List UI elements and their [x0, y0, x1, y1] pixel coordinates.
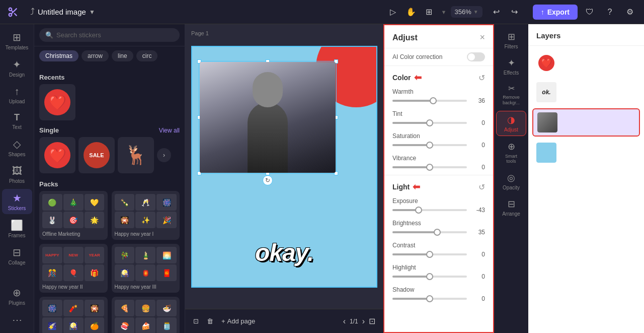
- sidebar-item-photos[interactable]: 🖼 Photos: [2, 162, 32, 187]
- light-reset-button[interactable]: ↺: [478, 182, 485, 192]
- stickers-tags: Christmas arrow line circ: [34, 46, 185, 65]
- right-tool-opacity[interactable]: ◎ Opacity: [496, 169, 526, 193]
- tag-arrow[interactable]: arrow: [82, 50, 109, 61]
- view-tool[interactable]: ⊞: [421, 4, 437, 20]
- pack-happy-new-year-4[interactable]: 🎆 🧨 🎇 🌠 🎑 🍊 Happy new year IV: [39, 297, 108, 333]
- warmth-thumb[interactable]: [430, 97, 437, 104]
- brightness-label: Brightness: [392, 220, 485, 227]
- next-page[interactable]: ›: [362, 317, 365, 326]
- sidebar-item-upload[interactable]: ↑ Upload: [2, 83, 32, 107]
- sidebar-item-collage[interactable]: ⊟ Collage: [2, 243, 32, 269]
- sidebar-item-frames[interactable]: ⬜ Frames: [2, 216, 32, 241]
- zoom-dropdown[interactable]: ▼: [439, 9, 449, 15]
- sidebar-item-more[interactable]: ⋯: [2, 311, 32, 329]
- brightness-track[interactable]: [392, 231, 467, 233]
- text-icon: T: [14, 112, 20, 123]
- color-reset-button[interactable]: ↺: [478, 73, 485, 83]
- vibrance-thumb[interactable]: [426, 164, 433, 171]
- layer-item-text[interactable]: ok.: [532, 79, 640, 105]
- shadow-thumb[interactable]: [426, 295, 433, 302]
- layer-item-bg[interactable]: [532, 140, 640, 166]
- highlight-track[interactable]: [392, 276, 467, 278]
- sidebar-item-plugins[interactable]: ⊕ Plugins: [2, 284, 32, 309]
- pack-img: 🍊: [85, 317, 105, 333]
- undo-button[interactable]: ↩: [489, 4, 505, 20]
- sticker-heart-2[interactable]: ❤️: [39, 137, 75, 173]
- ai-correction-label: AI Color correction: [392, 53, 442, 60]
- warmth-track[interactable]: [392, 100, 467, 102]
- contrast-track[interactable]: [392, 253, 467, 255]
- saturation-thumb[interactable]: [426, 142, 433, 149]
- fullscreen-button[interactable]: ⊡: [369, 316, 375, 326]
- right-tool-filters[interactable]: ⊞ Filters: [496, 28, 526, 52]
- tag-line[interactable]: line: [112, 50, 133, 61]
- highlight-thumb[interactable]: [426, 273, 433, 280]
- pack-happy-new-year-3[interactable]: 🎋 🎍 🌅 🎑 🏮 🧧 Happy new year III: [112, 244, 180, 293]
- sticker-heart[interactable]: ❤️: [39, 84, 75, 120]
- right-tool-remove-bg[interactable]: ✂ Remove backgr...: [496, 81, 526, 109]
- search-box[interactable]: 🔍: [39, 28, 180, 42]
- pack-img: 🎄: [63, 194, 84, 211]
- tag-circ[interactable]: circ: [136, 50, 158, 61]
- right-area: Adjust × AI Color correction Color ⬅: [383, 24, 644, 333]
- sticker-sale[interactable]: SALE: [78, 137, 115, 173]
- sidebar-item-templates[interactable]: ⊞ Templates: [2, 28, 32, 53]
- layer-item-photo[interactable]: [532, 108, 640, 137]
- add-page-button[interactable]: + Add page: [221, 317, 255, 325]
- search-input[interactable]: [56, 31, 174, 39]
- sticker-reindeer[interactable]: 🦌: [118, 137, 154, 173]
- canvas-main[interactable]: Page 1 ⊡ ⊞ ⊟ 🔗 •••: [185, 24, 383, 309]
- rotate-handle[interactable]: ↻: [263, 175, 273, 185]
- sidebar-item-shapes[interactable]: ◇ Shapes: [2, 135, 32, 160]
- help-button[interactable]: ?: [602, 4, 618, 20]
- settings-button[interactable]: ⚙: [622, 4, 638, 20]
- right-tool-arrange[interactable]: ⊟ Arrange: [496, 195, 526, 220]
- sticker-next[interactable]: ›: [157, 148, 171, 162]
- shield-icon-btn[interactable]: 🛡: [582, 4, 598, 20]
- vibrance-track[interactable]: [392, 166, 467, 168]
- pack-img: 🎈: [63, 264, 84, 281]
- hand-tool[interactable]: ✋: [403, 4, 419, 20]
- sidebar-item-design[interactable]: ✦ Design: [2, 55, 32, 81]
- exposure-track[interactable]: [392, 209, 467, 211]
- pack-img: 🥂: [135, 194, 155, 211]
- pointer-tool[interactable]: ▷: [385, 4, 401, 20]
- right-tool-adjust[interactable]: ◑ Adjust: [496, 111, 526, 136]
- zoom-control[interactable]: 356% ▼: [451, 6, 482, 18]
- sidebar-item-stickers[interactable]: ★ Stickers: [2, 189, 32, 214]
- exposure-thumb[interactable]: [415, 207, 422, 214]
- pack-happy-new-year-1[interactable]: 🍾 🥂 🎆 🎇 ✨ 🎉 Happy new year I: [112, 191, 180, 240]
- tint-label: Tint: [392, 110, 485, 117]
- tint-thumb[interactable]: [426, 119, 433, 126]
- document-title[interactable]: Untitled image: [38, 8, 86, 16]
- svg-point-0: [9, 8, 12, 11]
- copy-page-button[interactable]: ⊡: [193, 317, 199, 325]
- export-button[interactable]: ↑ Export: [533, 5, 578, 20]
- pack-offline-marketing[interactable]: 🟢 🎄 💛 🐰 🎯 🌟 Offline Marketing: [39, 191, 108, 240]
- contrast-thumb[interactable]: [426, 251, 433, 258]
- right-tool-effects[interactable]: ✦ Effects: [496, 54, 526, 79]
- pack-img: 🎆: [156, 194, 177, 211]
- pack-img: 🧧: [156, 264, 177, 281]
- shadow-track[interactable]: [392, 298, 467, 300]
- pack-label: Happy new year III: [112, 284, 180, 293]
- ai-correction-toggle[interactable]: [467, 52, 485, 61]
- view-all-link[interactable]: View all: [159, 127, 180, 134]
- canvas-text[interactable]: okay.: [255, 239, 313, 267]
- layer-item-heart[interactable]: ❤️: [532, 50, 640, 76]
- pack-img: 🍰: [135, 317, 155, 333]
- tint-track[interactable]: [392, 122, 467, 124]
- pack-happy-new-year-2[interactable]: HAPPY NEW YEAR 🎊 🎈 🎁 Happy new year II: [39, 244, 108, 293]
- adjust-close-button[interactable]: ×: [479, 32, 485, 43]
- redo-button[interactable]: ↪: [507, 4, 523, 20]
- right-tool-smart[interactable]: ⊕ Smart tools: [496, 138, 526, 168]
- pack-food-drink[interactable]: 🍕 🍔 🍜 🍣 🍰 🫙 Food and Drink: [112, 297, 180, 333]
- title-dropdown[interactable]: ▼: [89, 9, 95, 16]
- saturation-track[interactable]: [392, 144, 467, 146]
- prev-page[interactable]: ‹: [343, 317, 346, 326]
- delete-button[interactable]: 🗑: [207, 317, 213, 325]
- sidebar-item-text[interactable]: T Text: [2, 109, 32, 133]
- canvas-photo[interactable]: [200, 62, 336, 173]
- brightness-thumb[interactable]: [434, 229, 441, 236]
- tag-christmas[interactable]: Christmas: [39, 50, 78, 61]
